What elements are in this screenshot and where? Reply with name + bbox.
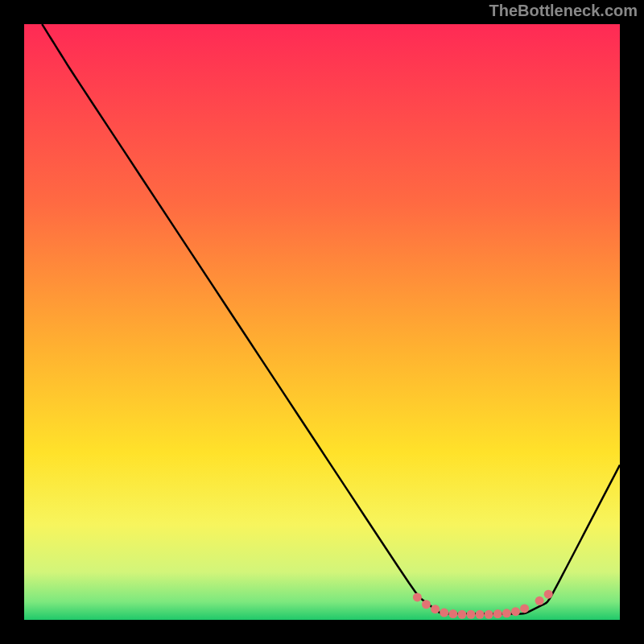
highlight-dot: [502, 609, 511, 617]
highlight-dot: [440, 609, 448, 617]
curve-svg: [24, 24, 620, 620]
plot-area: [24, 24, 620, 620]
highlight-dot: [467, 610, 476, 619]
highlight-dot: [476, 610, 485, 619]
highlight-dot: [448, 609, 457, 618]
bottleneck-curve: [42, 24, 620, 614]
highlight-dot: [431, 605, 440, 613]
highlight-dot: [485, 610, 493, 619]
highlight-dot: [520, 604, 529, 613]
chart-container: TheBottleneck.com: [0, 0, 644, 644]
highlight-dot: [457, 610, 466, 619]
highlight-dot: [413, 592, 422, 601]
highlight-dots: [413, 590, 553, 619]
highlight-dot: [511, 607, 520, 616]
highlight-dot: [422, 600, 431, 609]
highlight-dot: [544, 590, 553, 599]
highlight-dot: [493, 609, 502, 618]
highlight-dot: [535, 597, 544, 605]
watermark-text: TheBottleneck.com: [489, 2, 638, 20]
